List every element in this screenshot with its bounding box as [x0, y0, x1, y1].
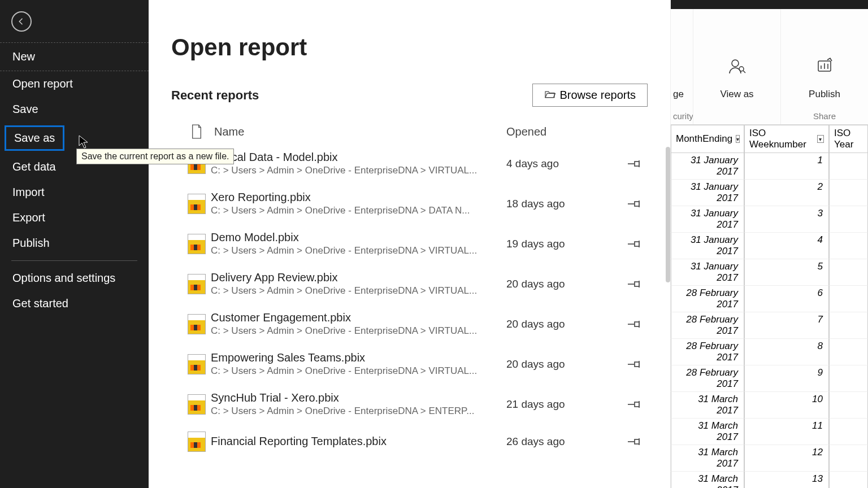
ribbon-view-as-button[interactable]: View as [693, 9, 781, 124]
dropdown-icon[interactable]: ▾ [817, 135, 824, 143]
svg-point-8 [732, 60, 739, 67]
recent-reports-heading: Recent reports [171, 88, 259, 103]
back-button[interactable] [11, 11, 32, 32]
report-path: C: > Users > Admin > OneDrive - Enterpri… [211, 406, 501, 417]
table-row[interactable]: 31 March 201712 [671, 445, 868, 472]
cell-monthending: 31 January 2017 [671, 206, 744, 233]
report-name: Financial Reporting Templates.pbix [211, 435, 501, 448]
report-opened: 4 days ago [506, 158, 619, 170]
col-monthending[interactable]: MonthEnding▾ [671, 125, 744, 153]
pin-button[interactable] [619, 319, 648, 329]
report-opened: 19 days ago [506, 238, 619, 250]
report-row[interactable]: Customer Engagement.pbix C: > Users > Ad… [171, 306, 648, 346]
svg-point-9 [739, 67, 744, 71]
menu-export[interactable]: Export [0, 205, 149, 230]
table-row[interactable]: 31 March 201710 [671, 392, 868, 419]
table-row[interactable]: 28 February 20178 [671, 339, 868, 365]
pbix-file-icon [183, 354, 211, 374]
cell-weeknumber: 11 [744, 419, 829, 445]
pbix-file-icon [183, 274, 211, 294]
dates-data-table: MonthEnding▾ ISO Weeknumber▾ ISO Year 31… [671, 125, 868, 488]
table-row[interactable]: 31 January 20172 [671, 180, 868, 206]
report-row[interactable]: Xero Reporting.pbix C: > Users > Admin >… [171, 185, 648, 225]
report-path: C: > Users > Admin > OneDrive - Enterpri… [211, 205, 501, 216]
cell-monthending: 28 February 2017 [671, 339, 744, 365]
report-name: Xero Reporting.pbix [211, 191, 501, 204]
cell-weeknumber: 12 [744, 445, 829, 472]
cell-monthending: 28 February 2017 [671, 312, 744, 339]
pbix-file-icon [183, 194, 211, 214]
dropdown-icon[interactable]: ▾ [736, 135, 740, 143]
table-row[interactable]: 28 February 20179 [671, 365, 868, 392]
report-name: Empowering Sales Teams.pbix [211, 351, 501, 364]
menu-new[interactable]: New [0, 42, 149, 71]
table-row[interactable]: 28 February 20177 [671, 312, 868, 339]
pin-button[interactable] [619, 239, 648, 249]
pin-button[interactable] [619, 159, 648, 169]
cell-monthending: 31 March 2017 [671, 419, 744, 445]
report-opened: 26 days ago [506, 435, 619, 448]
cell-weeknumber: 3 [744, 206, 829, 233]
table-row[interactable]: 31 January 20175 [671, 259, 868, 286]
report-path: C: > Users > Admin > OneDrive - Enterpri… [211, 325, 501, 337]
table-row[interactable]: 31 January 20174 [671, 233, 868, 259]
cell-monthending: 31 January 2017 [671, 259, 744, 286]
cell-weeknumber: 7 [744, 312, 829, 339]
report-row[interactable]: SyncHub Trial - Xero.pbix C: > Users > A… [171, 386, 648, 426]
pbix-file-icon [183, 314, 211, 334]
ribbon-group-security-partial: ge curity [671, 9, 693, 124]
pin-button[interactable] [619, 437, 648, 447]
browse-reports-button[interactable]: Browse reports [532, 84, 648, 107]
cell-monthending: 28 February 2017 [671, 286, 744, 312]
report-opened: 20 days ago [506, 358, 619, 371]
svg-rect-6 [635, 402, 639, 407]
table-row[interactable]: 28 February 20176 [671, 286, 868, 312]
col-iso-weeknumber[interactable]: ISO Weeknumber▾ [744, 125, 829, 153]
report-path: C: > Users > Admin > OneDrive - Enterpri… [211, 245, 501, 256]
svg-rect-0 [635, 162, 639, 166]
cell-monthending: 31 March 2017 [671, 472, 744, 488]
column-opened[interactable]: Opened [506, 125, 619, 138]
pin-button[interactable] [619, 359, 648, 369]
table-row[interactable]: 31 January 20171 [671, 153, 868, 180]
cell-weeknumber: 5 [744, 259, 829, 286]
menu-import[interactable]: Import [0, 180, 149, 205]
recent-reports-list: Optical Data - Model.pbix C: > Users > A… [171, 145, 648, 461]
save-as-tooltip: Save the current report as a new file. [76, 149, 234, 164]
pin-button[interactable] [619, 279, 648, 289]
report-opened: 20 days ago [506, 318, 619, 330]
pin-button[interactable] [619, 199, 648, 209]
cell-weeknumber: 9 [744, 365, 829, 392]
cell-weeknumber: 1 [744, 153, 829, 180]
menu-open-report[interactable]: Open report [0, 71, 149, 97]
report-row[interactable]: Empowering Sales Teams.pbix C: > Users >… [171, 346, 648, 386]
page-title: Open report [171, 34, 648, 61]
cell-weeknumber: 10 [744, 392, 829, 419]
col-iso-year[interactable]: ISO Year [829, 125, 868, 153]
svg-rect-2 [635, 242, 639, 246]
table-row[interactable]: 31 March 201713 [671, 472, 868, 488]
ribbon-publish-button[interactable]: Publish Share [781, 9, 868, 124]
table-row[interactable]: 31 March 201711 [671, 419, 868, 445]
menu-save[interactable]: Save [0, 97, 149, 122]
menu-get-started[interactable]: Get started [0, 291, 149, 316]
report-name: Optical Data - Model.pbix [211, 151, 501, 164]
report-path: C: > Users > Admin > OneDrive - Enterpri… [211, 365, 501, 377]
cell-monthending: 31 January 2017 [671, 233, 744, 259]
pbix-file-icon [183, 432, 211, 452]
scrollbar-thumb[interactable] [666, 147, 670, 282]
report-row[interactable]: Delivery App Review.pbix C: > Users > Ad… [171, 265, 648, 306]
report-name: Demo Model.pbix [211, 231, 501, 244]
menu-publish[interactable]: Publish [0, 230, 149, 256]
column-name[interactable]: Name [211, 125, 506, 138]
report-row[interactable]: Optical Data - Model.pbix C: > Users > A… [171, 145, 648, 185]
pin-button[interactable] [619, 399, 648, 409]
report-row[interactable]: Demo Model.pbix C: > Users > Admin > One… [171, 225, 648, 265]
table-row[interactable]: 31 January 20173 [671, 206, 868, 233]
cell-monthending: 31 January 2017 [671, 153, 744, 180]
open-report-panel: Open report Recent reports Browse report… [149, 0, 670, 488]
cell-monthending: 31 January 2017 [671, 180, 744, 206]
menu-options-settings[interactable]: Options and settings [0, 265, 149, 291]
svg-rect-5 [635, 362, 639, 367]
report-row[interactable]: Financial Reporting Templates.pbix 26 da… [171, 426, 648, 461]
